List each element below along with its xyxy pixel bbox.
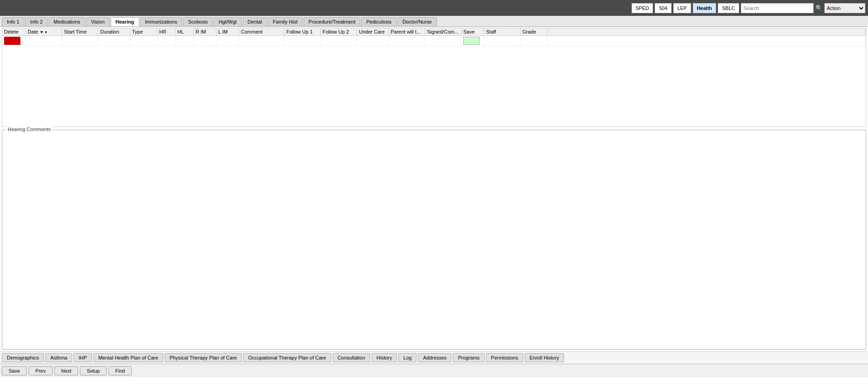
col-headers: DeleteDate ▼Start TimeDurationTypeHRHLR … (2, 28, 866, 36)
col-header-extra (548, 28, 866, 35)
bottom-tab-log[interactable]: Log (398, 353, 417, 362)
bottom-tab-permissions[interactable]: Permissions (486, 353, 523, 362)
bottom-btn-find[interactable]: Find (108, 366, 132, 375)
type-cell (130, 36, 157, 46)
main-table-area: DeleteDate ▼Start TimeDurationTypeHRHLR … (2, 28, 866, 127)
bottom-tab-history[interactable]: History (372, 353, 397, 362)
comment-cell (239, 36, 284, 46)
col-header-duration: Duration (98, 28, 130, 35)
top-btn-lep[interactable]: LEP (673, 3, 691, 13)
tab-hearing[interactable]: Hearing (111, 17, 139, 26)
col-header-under-care: Under Care (357, 28, 389, 35)
delete-cell (2, 36, 26, 46)
col-header-hl: HL (176, 28, 194, 35)
tab-immun[interactable]: Immunizations (140, 17, 182, 26)
tab-docnurse[interactable]: Doctor/Nurse (397, 17, 437, 26)
tab-info1[interactable]: Info 1 (2, 17, 25, 26)
hl-cell (176, 36, 194, 46)
bottom-btn-prev[interactable]: Prev (29, 366, 53, 375)
tab-meds[interactable]: Medications (49, 17, 85, 26)
col-header-follow-up-1: Follow Up 1 (284, 28, 321, 35)
grade-cell (520, 36, 548, 46)
top-btn-sblc[interactable]: SBLC (718, 3, 739, 13)
uc-cell (357, 36, 389, 46)
starttime-cell (62, 36, 98, 46)
bottom-tab-ihp[interactable]: IHP (74, 353, 92, 362)
fu1-cell (284, 36, 321, 46)
tab-info2[interactable]: Info 2 (25, 17, 48, 26)
bottom-btn-next[interactable]: Next (54, 366, 78, 375)
tab-dental[interactable]: Dental (243, 17, 267, 26)
bottom-tab-programs[interactable]: Programs (453, 353, 485, 362)
col-header-hr: HR (157, 28, 176, 35)
col-header-follow-up-2: Follow Up 2 (321, 28, 357, 35)
pwt-cell (389, 36, 425, 46)
col-header-save: Save (461, 28, 484, 35)
staff-cell (484, 36, 520, 46)
bottom-tabs: DemographicsAsthmaIHPMental Health Plan … (0, 351, 868, 364)
top-nav-buttons: SPED504LEPHealthSBLC (632, 3, 740, 13)
bottom-tab-asthma[interactable]: Asthma (45, 353, 72, 362)
tab-scoliosis[interactable]: Scoliosis (183, 17, 212, 26)
content-area: DeleteDate ▼Start TimeDurationTypeHRHLR … (0, 27, 868, 351)
bottom-buttons: SavePrevNextSetupFind (0, 364, 868, 377)
tab-hgtwgt[interactable]: Hgt/Wgt (214, 17, 242, 26)
sc-cell (425, 36, 461, 46)
col-header-l-im: L IM (216, 28, 239, 35)
hr-cell (157, 36, 176, 46)
top-btn-504[interactable]: 504 (655, 3, 671, 13)
col-header-start-time: Start Time (62, 28, 98, 35)
rim-cell (194, 36, 216, 46)
col-header-r-im: R IM (194, 28, 216, 35)
tabs-row1: Info 1Info 2MedicationsVisionHearingImmu… (0, 16, 868, 27)
save-input[interactable] (463, 37, 480, 45)
extra-cell (548, 36, 866, 46)
bottom-btn-setup[interactable]: Setup (80, 366, 107, 375)
bottom-btn-save[interactable]: Save (2, 366, 27, 375)
col-header-staff: Staff (484, 28, 520, 35)
bottom-tab-enroll-history[interactable]: Enroll History (525, 353, 564, 362)
search-input[interactable] (741, 3, 814, 13)
top-bar: SPED504LEPHealthSBLC 🔍 Action (0, 0, 868, 16)
hearing-comments-section: Hearing Comments (2, 130, 866, 350)
bottom-tab-addresses[interactable]: Addresses (418, 353, 451, 362)
duration-cell (98, 36, 130, 46)
tab-pediculosis[interactable]: Pediculosis (361, 17, 397, 26)
bottom-tab-physical-therapy-plan-of-care[interactable]: Physical Therapy Plan of Care (165, 353, 242, 362)
data-rows (2, 36, 866, 126)
table-row (2, 36, 866, 46)
delete-button[interactable] (4, 37, 20, 45)
lim-cell (216, 36, 239, 46)
col-header-parent-will-t...: Parent will t... (389, 28, 425, 35)
col-header-delete: Delete (2, 28, 26, 35)
col-header-date[interactable]: Date ▼ (26, 28, 62, 35)
search-icon-btn[interactable]: 🔍 (815, 5, 823, 11)
top-btn-sped[interactable]: SPED (632, 3, 653, 13)
tab-vision[interactable]: Vision (86, 17, 110, 26)
fu2-cell (321, 36, 357, 46)
col-header-signed/com...: Signed/Com... (425, 28, 461, 35)
col-header-grade: Grade (520, 28, 548, 35)
bottom-tab-mental-health-plan-of-care[interactable]: Mental Health Plan of Care (93, 353, 163, 362)
tab-proctreat[interactable]: Procedure/Treatment (304, 17, 361, 26)
hearing-comments-legend: Hearing Comments (6, 126, 53, 132)
hearing-comments-textarea[interactable] (2, 130, 866, 349)
bottom-tab-occupational-therapy-plan-of-care[interactable]: Occupational Therapy Plan of Care (243, 353, 331, 362)
bottom-tab-consultation[interactable]: Consultation (333, 353, 370, 362)
bottom-tab-demographics[interactable]: Demographics (2, 353, 44, 362)
top-btn-health[interactable]: Health (693, 3, 716, 13)
action-select[interactable]: Action (824, 3, 865, 13)
col-header-type: Type (130, 28, 157, 35)
save-cell (461, 36, 484, 46)
date-cell (26, 36, 62, 46)
tab-famhist[interactable]: Family Hist (268, 17, 302, 26)
col-header-comment: Comment (239, 28, 284, 35)
